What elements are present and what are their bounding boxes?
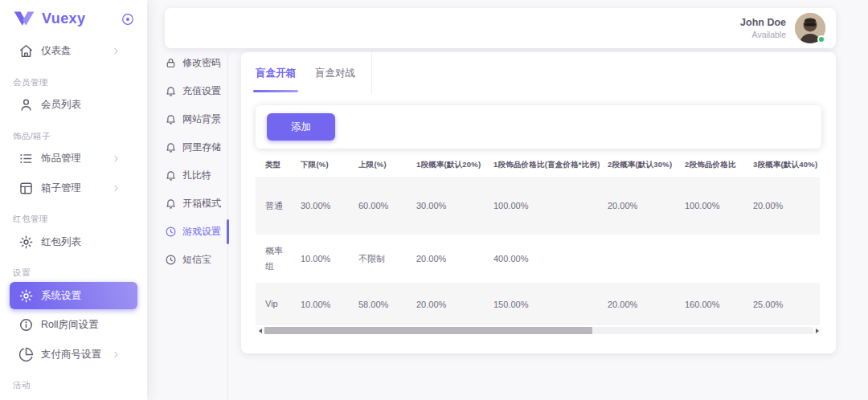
user-name: John Doe [740,17,786,28]
sidebar-item-label: 饰品管理 [41,152,111,165]
sidebar-item-label: 会员列表 [41,98,129,112]
cell-stage1-price-ratio: 150.00% [484,283,598,325]
settings-menu-item-site-background[interactable]: 网站背景 [165,109,227,129]
sidebar-item-redpacket-list[interactable]: 红包列表 [10,228,137,255]
sidebar-section-member-management: 会员管理 [13,77,134,88]
pie-chart-icon [18,347,34,362]
settings-menu-item-change-password[interactable]: 修改密码 [165,53,227,73]
cell-stage2-probability: 20.00% [598,177,675,235]
home-icon [18,43,34,59]
user-menu[interactable]: John Doe Available [740,13,825,43]
col-header-stage1-price-ratio: 1段饰品价格比(盲盒价格*比例) [484,152,598,177]
sidebar-item-label: 红包列表 [41,235,129,249]
active-tab-underline [253,90,298,92]
cell-type: Vip [256,283,291,325]
cell-upper-limit: 60.00% [349,177,407,235]
col-header-type: 类型 [256,152,291,177]
cell-lower-limit: 10.00% [291,283,349,325]
cell-stage3-probability: 20.00% [743,177,820,235]
tab-blindbox-battle[interactable]: 盲盒对战 [315,63,355,84]
clock-icon [165,226,177,238]
cell-stage3-probability: 25.00% [743,283,820,325]
settings-menu-label: 修改密码 [182,56,221,70]
tab-blindbox-open[interactable]: 盲盒开箱 [256,63,296,84]
cell-stage1-price-ratio: 100.00% [484,177,598,235]
settings-menu-item-game-settings[interactable]: 游戏设置 [165,222,227,242]
settings-menu-item-recharge-settings[interactable]: 充值设置 [165,81,227,101]
col-header-stage1-probability: 1段概率(默认20%) [407,152,484,177]
sidebar-item-item-management[interactable]: 饰品管理 [10,145,137,173]
settings-menu-label: 网站背景 [182,112,221,126]
table-toolbar: 添加 [256,105,821,149]
sidebar-item-roll-room-settings[interactable]: Roll房间设置 [10,312,137,339]
lock-icon [165,57,177,69]
table-header-row: 类型 下限(%) 上限(%) 1段概率(默认20%) 1段饰品价格比(盲盒价格*… [256,152,820,177]
sidebar-item-dashboard[interactable]: 仪表盘 [10,38,137,65]
cell-stage1-probability: 20.00% [407,283,484,325]
table-row: 概率组 10.00% 不限制 20.00% 400.00% [256,235,820,283]
col-header-lower-limit: 下限(%) [291,152,349,177]
settings-menu-label: 扎比特 [182,169,211,182]
scroll-left-arrow-icon[interactable] [256,327,264,334]
clock-icon [165,254,177,266]
sidebar-item-payment-merchant-settings[interactable]: 支付商号设置 [10,341,137,368]
info-icon [18,317,34,333]
bell-icon [165,198,177,210]
scrollbar-thumb[interactable] [264,327,592,334]
sidebar-item-label: 仪表盘 [41,44,111,58]
cell-stage3-probability [743,235,820,283]
add-button[interactable]: 添加 [267,113,335,141]
cell-upper-limit: 58.00% [349,283,407,325]
cell-stage2-probability: 20.00% [598,283,675,325]
gear-icon [18,235,34,250]
cell-upper-limit: 不限制 [349,235,407,283]
settings-menu-item-unbox-mode[interactable]: 开箱模式 [165,194,227,214]
col-header-stage2-probability: 2段概率(默认30%) [598,152,675,177]
table-row: 普通 30.00% 60.00% 30.00% 100.00% 20.00% 1… [256,177,820,235]
sidebar: Vuexy 仪表盘 会员管理 会员列表 饰品/箱子 饰品管理 [0,0,147,400]
sidebar-item-box-management[interactable]: 箱子管理 [10,174,137,202]
list-icon [18,151,34,166]
top-header-bar: John Doe Available [165,8,836,48]
sidebar-section-settings: 设置 [13,267,134,279]
bell-icon [165,85,177,97]
brand-name: Vuexy [42,10,121,27]
horizontal-scrollbar[interactable] [256,327,821,334]
cell-type: 概率组 [256,235,291,283]
probability-table: 类型 下限(%) 上限(%) 1段概率(默认20%) 1段饰品价格比(盲盒价格*… [256,152,820,325]
user-icon [18,97,34,112]
settings-menu-label: 游戏设置 [182,225,221,239]
sidebar-item-system-settings[interactable]: 系统设置 [10,282,137,309]
col-header-upper-limit: 上限(%) [349,152,407,177]
tab-label: 盲盒对战 [315,67,355,79]
chevron-right-icon [111,183,121,194]
cell-stage2-probability [598,235,675,283]
sidebar-item-label: 支付商号设置 [41,348,111,361]
user-status: Available [740,30,786,39]
content-row: 修改密码 充值设置 网站背景 阿里存储 扎比特 [165,52,836,400]
settings-menu-label: 短信宝 [182,253,211,267]
settings-menu-item-smsbao[interactable]: 短信宝 [165,250,227,270]
settings-menu-label: 阿里存储 [182,141,221,154]
cell-lower-limit: 10.00% [291,235,349,283]
settings-menu-label: 开箱模式 [182,197,221,210]
sidebar-item-member-list[interactable]: 会员列表 [10,92,137,119]
settings-menu: 修改密码 充值设置 网站背景 阿里存储 扎比特 [165,52,228,400]
settings-menu-item-zabit[interactable]: 扎比特 [165,165,227,186]
scroll-right-arrow-icon[interactable] [813,327,821,334]
main-area: John Doe Available [147,0,868,400]
menu-pin-toggle-icon[interactable] [121,12,135,27]
box-icon [18,181,34,196]
vuexy-logo-icon[interactable] [14,10,35,27]
cell-type: 普通 [256,177,291,235]
chevron-right-icon [111,153,121,164]
game-settings-panel: 盲盒开箱 盲盒对战 添加 [241,52,836,353]
data-table-container: 类型 下限(%) 上限(%) 1段概率(默认20%) 1段饰品价格比(盲盒价格*… [256,152,821,325]
brand-row: Vuexy [0,0,147,32]
settings-menu-item-ali-storage[interactable]: 阿里存储 [165,137,227,157]
bell-icon [165,141,177,153]
sidebar-nav: 仪表盘 会员管理 会员列表 饰品/箱子 饰品管理 箱子管理 红包管理 [0,32,147,391]
tabs-row: 盲盒开箱 盲盒对战 [241,52,836,94]
gear-icon [18,288,34,304]
avatar[interactable] [795,13,825,43]
